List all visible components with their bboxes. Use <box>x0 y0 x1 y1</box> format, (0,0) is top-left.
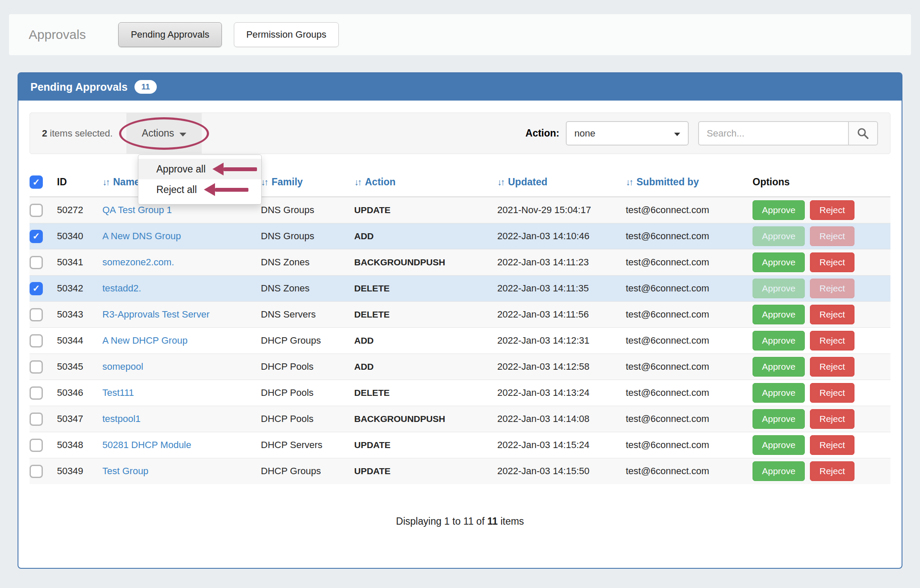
table-row: 50345somepoolDHCP PoolsADD2022-Jan-03 14… <box>30 354 890 380</box>
approve-button[interactable]: Approve <box>753 226 805 246</box>
row-name-link[interactable]: QA Test Group 1 <box>102 205 172 215</box>
reject-button[interactable]: Reject <box>810 200 854 220</box>
caret-down-icon <box>674 133 680 136</box>
approve-button[interactable]: Approve <box>753 435 805 455</box>
row-name-link[interactable]: 50281 DHCP Module <box>102 440 191 450</box>
cell-updated: 2021-Nov-29 15:04:17 <box>497 197 626 223</box>
col-header-submitted-by[interactable]: ↓↑Submitted by <box>626 172 753 197</box>
col-header-label: Submitted by <box>636 176 699 187</box>
sort-icon: ↓↑ <box>102 177 109 187</box>
row-name-link[interactable]: R3-Approvals Test Server <box>102 309 209 320</box>
cell-id: 50349 <box>57 458 102 484</box>
reject-button[interactable]: Reject <box>810 357 854 377</box>
reject-button[interactable]: Reject <box>810 435 854 455</box>
tab-permission-groups[interactable]: Permission Groups <box>234 22 339 47</box>
menu-item-approve-all[interactable]: Approve all <box>138 159 261 179</box>
cell-updated: 2022-Jan-03 14:10:46 <box>497 223 626 249</box>
approve-button[interactable]: Approve <box>753 279 805 298</box>
toolbar-right: Action: none <box>526 121 878 146</box>
approve-button[interactable]: Approve <box>753 461 805 481</box>
approve-button[interactable]: Approve <box>753 305 805 324</box>
reject-button[interactable]: Reject <box>810 305 854 324</box>
reject-button[interactable]: Reject <box>810 461 854 481</box>
row-name-link[interactable]: somepool <box>102 361 143 372</box>
table-row: 50344A New DHCP GroupDHCP GroupsADD2022-… <box>30 328 890 354</box>
row-checkbox[interactable] <box>30 386 43 400</box>
select-all-checkbox[interactable]: ✓ <box>30 175 43 189</box>
cell-action: ADD <box>354 354 497 380</box>
cell-updated: 2022-Jan-03 14:11:23 <box>497 249 626 276</box>
approve-button[interactable]: Approve <box>753 200 805 220</box>
approve-button[interactable]: Approve <box>753 409 805 429</box>
table-row: 5034850281 DHCP ModuleDHCP ServersUPDATE… <box>30 432 890 458</box>
row-checkbox[interactable] <box>30 439 43 452</box>
row-checkbox[interactable]: ✓ <box>30 230 43 243</box>
row-checkbox[interactable] <box>30 256 43 269</box>
reject-button[interactable]: Reject <box>810 252 854 272</box>
table-row: 50347testpool1DHCP PoolsBACKGROUNDPUSH20… <box>30 406 890 432</box>
cell-id: 50272 <box>57 197 102 223</box>
row-checkbox[interactable] <box>30 360 43 374</box>
cell-family: DNS Zones <box>261 276 354 302</box>
page-title: Approvals <box>29 27 86 42</box>
row-name-link[interactable]: Test Group <box>102 466 149 476</box>
cell-action: DELETE <box>354 380 497 406</box>
row-checkbox[interactable] <box>30 465 43 478</box>
row-name-link[interactable]: somezone2.com. <box>102 257 174 267</box>
menu-item-label: Approve all <box>156 163 206 175</box>
cell-submitted-by: test@6connect.com <box>626 328 753 354</box>
cell-id: 50346 <box>57 380 102 406</box>
row-name-link[interactable]: testpool1 <box>102 413 140 424</box>
reject-button[interactable]: Reject <box>810 409 854 429</box>
sort-icon: ↓↑ <box>626 177 632 187</box>
row-checkbox[interactable]: ✓ <box>30 282 43 295</box>
col-header-label: Updated <box>508 176 547 187</box>
cell-updated: 2022-Jan-03 14:13:24 <box>497 380 626 406</box>
table-row: 50343R3-Approvals Test ServerDNS Servers… <box>30 302 890 328</box>
row-checkbox[interactable] <box>30 308 43 321</box>
row-checkbox[interactable] <box>30 413 43 426</box>
selected-count: 2 <box>42 128 47 139</box>
cell-family: DNS Groups <box>261 223 354 249</box>
cell-id: 50341 <box>57 249 102 276</box>
annotation-arrow <box>204 183 248 196</box>
reject-button[interactable]: Reject <box>810 279 854 298</box>
pending-approvals-panel: Pending Approvals 11 2 items selected. A… <box>18 72 902 569</box>
row-checkbox[interactable] <box>30 204 43 217</box>
approve-button[interactable]: Approve <box>753 357 805 377</box>
col-header-family[interactable]: ↓↑Family <box>261 172 354 197</box>
cell-updated: 2022-Jan-03 14:11:35 <box>497 276 626 302</box>
cell-updated: 2022-Jan-03 14:11:56 <box>497 302 626 328</box>
cell-family: DHCP Pools <box>261 354 354 380</box>
row-name-link[interactable]: A New DHCP Group <box>102 335 188 346</box>
tab-pending-approvals[interactable]: Pending Approvals <box>118 22 221 47</box>
approve-button[interactable]: Approve <box>753 383 805 403</box>
row-checkbox[interactable] <box>30 334 43 347</box>
toolbar: 2 items selected. Actions Action: none <box>30 113 890 154</box>
approve-button[interactable]: Approve <box>753 331 805 350</box>
approve-button[interactable]: Approve <box>753 252 805 272</box>
action-filter-select[interactable]: none <box>566 121 689 146</box>
row-name-link[interactable]: A New DNS Group <box>102 231 181 241</box>
actions-dropdown-menu: Approve allReject all <box>138 154 262 205</box>
top-bar: Approvals Pending Approvals Permission G… <box>9 14 911 55</box>
cell-family: DHCP Groups <box>261 458 354 484</box>
col-header-updated[interactable]: ↓↑Updated <box>497 172 626 197</box>
reject-button[interactable]: Reject <box>810 383 854 403</box>
row-name-link[interactable]: testadd2. <box>102 283 141 294</box>
row-name-link[interactable]: Test111 <box>102 387 134 398</box>
reject-button[interactable]: Reject <box>810 226 854 246</box>
reject-button[interactable]: Reject <box>810 331 854 350</box>
actions-dropdown-button[interactable]: Actions <box>126 113 201 154</box>
annotation-arrow <box>212 163 257 175</box>
cell-action: BACKGROUNDPUSH <box>354 406 497 432</box>
cell-family: DNS Zones <box>261 249 354 276</box>
search-button[interactable] <box>848 121 878 146</box>
cell-family: DHCP Servers <box>261 432 354 458</box>
search-input[interactable] <box>698 121 848 146</box>
magnifier-icon <box>857 127 869 140</box>
col-header-action[interactable]: ↓↑Action <box>354 172 497 197</box>
menu-item-reject-all[interactable]: Reject all <box>138 179 261 200</box>
cell-id: 50344 <box>57 328 102 354</box>
cell-updated: 2022-Jan-03 14:14:08 <box>497 406 626 432</box>
